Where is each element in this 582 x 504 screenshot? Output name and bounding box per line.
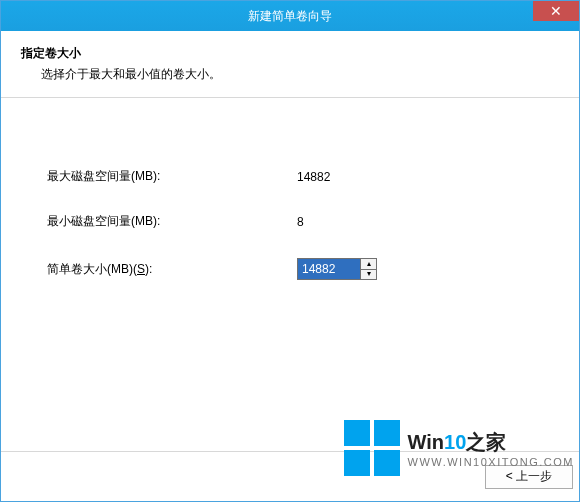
spin-up-button[interactable]: ▴ [361,259,376,270]
size-label-suffix: ): [145,262,152,276]
size-label-prefix: 简单卷大小(MB)( [47,262,137,276]
min-space-label: 最小磁盘空间量(MB): [47,213,297,230]
spin-down-button[interactable]: ▾ [361,270,376,280]
min-space-row: 最小磁盘空间量(MB): 8 [47,213,533,230]
page-heading: 指定卷大小 [21,45,559,62]
content-area: 最大磁盘空间量(MB): 14882 最小磁盘空间量(MB): 8 简单卷大小(… [1,98,579,451]
page-subheading: 选择介于最大和最小值的卷大小。 [41,66,559,83]
size-input[interactable] [298,259,360,279]
chevron-up-icon: ▴ [367,260,371,268]
header-area: 指定卷大小 选择介于最大和最小值的卷大小。 [1,31,579,97]
volume-size-label: 简单卷大小(MB)(S): [47,261,297,278]
wizard-window: 新建简单卷向导 ✕ 指定卷大小 选择介于最大和最小值的卷大小。 最大磁盘空间量(… [0,0,580,502]
window-title: 新建简单卷向导 [248,8,332,25]
max-space-row: 最大磁盘空间量(MB): 14882 [47,168,533,185]
spinner-buttons: ▴ ▾ [360,259,376,279]
titlebar: 新建简单卷向导 ✕ [1,1,579,31]
size-hotkey: S [137,262,145,276]
volume-size-control: ▴ ▾ [297,258,377,280]
chevron-down-icon: ▾ [367,270,371,278]
size-spinner: ▴ ▾ [297,258,377,280]
close-icon: ✕ [550,4,562,18]
min-space-value: 8 [297,215,304,229]
close-button[interactable]: ✕ [533,1,579,21]
footer: < 上一步 [1,451,579,501]
back-button[interactable]: < 上一步 [485,465,573,489]
volume-size-row: 简单卷大小(MB)(S): ▴ ▾ [47,258,533,280]
max-space-label: 最大磁盘空间量(MB): [47,168,297,185]
max-space-value: 14882 [297,170,330,184]
